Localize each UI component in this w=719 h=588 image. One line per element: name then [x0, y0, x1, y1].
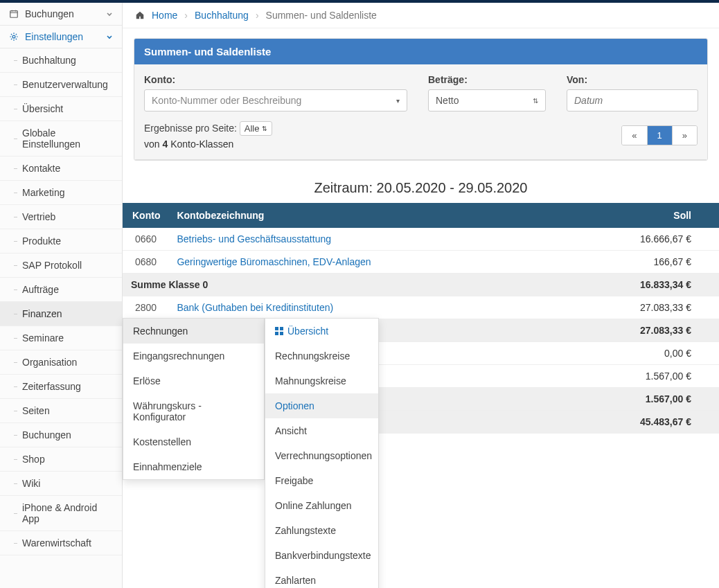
submenu-item-online-zahlungen[interactable]: Online Zahlungen [265, 493, 378, 518]
sidebar-group-einstellungen[interactable]: Einstellungen [0, 26, 122, 48]
von-label: Von: [567, 74, 698, 85]
col-soll: Soll [558, 203, 719, 228]
rechnungen-submenu: ÜbersichtRechnungskreiseMahnungskreiseOp… [265, 318, 379, 588]
submenu-item-bankverbindungstexte[interactable]: Bankverbindungstexte [265, 543, 378, 568]
results-per-page-select[interactable]: Alle⇅ [240, 121, 273, 136]
results-count: von 4 Konto-Klassen [144, 139, 272, 150]
account-number: 0660 [123, 228, 168, 251]
sidebar-item-warenwirtschaft[interactable]: Warenwirtschaft [0, 531, 122, 555]
submenu-item-w-hrungskurs-konfigurator[interactable]: Währungskurs - Konfigurator [123, 393, 264, 429]
sidebar-item-wiki[interactable]: Wiki [0, 472, 122, 495]
submenu-item-erl-se[interactable]: Erlöse [123, 368, 264, 393]
sum-value: 45.483,67 € [558, 411, 719, 434]
submenu-item-eingangsrechnungen[interactable]: Eingangsrechnungen [123, 344, 264, 368]
account-link[interactable]: Bank (Guthaben bei Kreditinstituten) [177, 302, 333, 313]
results-per-page: Ergebnisse pro Seite: Alle⇅ [144, 121, 272, 136]
grid-icon [275, 327, 283, 335]
sidebar-item-buchhaltung[interactable]: Buchhaltung [0, 48, 122, 72]
submenu-item-zahlungstexte[interactable]: Zahlungstexte [265, 518, 378, 543]
soll-value: 16.666,67 € [558, 228, 719, 251]
svg-point-1 [12, 35, 15, 38]
breadcrumb-current: Summen- und Saldenliste [266, 10, 377, 21]
sidebar-item-seminare[interactable]: Seminare [0, 326, 122, 350]
sidebar-item-produkte[interactable]: Produkte [0, 229, 122, 253]
sidebar-item-marketing[interactable]: Marketing [0, 181, 122, 204]
zeitraum-heading: Zeitraum: 20.05.2020 - 29.05.2020 [123, 170, 719, 203]
konto-label: Konto: [144, 74, 407, 85]
sum-value: 27.083,33 € [558, 319, 719, 342]
betraege-value: Netto [436, 95, 459, 106]
sidebar-menu: BuchhaltungBenutzerverwaltungÜbersichtGl… [0, 48, 122, 555]
von-input[interactable] [567, 89, 698, 112]
svg-rect-4 [275, 332, 278, 335]
account-number: 0680 [123, 251, 168, 274]
table-row: 2800Bank (Guthaben bei Kreditinstituten)… [123, 296, 719, 319]
panel-title: Summen- und Saldenliste [134, 39, 707, 64]
sidebar-item-kontakte[interactable]: Kontakte [0, 157, 122, 180]
breadcrumb: Home › Buchhaltung › Summen- und Saldenl… [123, 3, 719, 28]
panel-body: Konto: Konto-Nummer oder Beschreibung ▾ … [134, 64, 707, 160]
sidebar-item-zeiterfassung[interactable]: Zeiterfassung [0, 375, 122, 398]
submenu-item-rechnungskreise[interactable]: Rechnungskreise [265, 344, 378, 368]
sidebar-item--bersicht[interactable]: Übersicht [0, 97, 122, 121]
updown-icon: ⇅ [533, 97, 538, 105]
submenu-item-ansicht[interactable]: Ansicht [265, 418, 378, 443]
chevron-right-icon: › [184, 10, 188, 21]
breadcrumb-buchhaltung[interactable]: Buchhaltung [195, 10, 249, 21]
breadcrumb-home[interactable]: Home [152, 10, 177, 21]
sidebar-item-sap-protokoll[interactable]: SAP Protokoll [0, 253, 122, 277]
svg-rect-5 [280, 332, 283, 335]
sidebar-item-seiten[interactable]: Seiten [0, 399, 122, 422]
sum-value: 16.833,34 € [558, 274, 719, 296]
sidebar-group-label: Buchungen [25, 8, 74, 19]
pager-prev[interactable]: « [622, 126, 647, 145]
submenu-item-zahlarten[interactable]: Zahlarten [265, 568, 378, 588]
submenu-item-einnahmenziele[interactable]: Einnahmenziele [123, 454, 264, 479]
soll-value: 1.567,00 € [558, 365, 719, 388]
sidebar-item-auftr-ge[interactable]: Aufträge [0, 278, 122, 301]
table-row: 0660Betriebs- und Geschäftsausstattung16… [123, 228, 719, 251]
sidebar-group-label: Einstellungen [25, 31, 83, 42]
main: Home › Buchhaltung › Summen- und Saldenl… [123, 3, 719, 588]
finanzen-submenu: RechnungenEingangsrechnungenErlöseWährun… [123, 318, 265, 480]
konto-select[interactable]: Konto-Nummer oder Beschreibung ▾ [144, 89, 407, 112]
sidebar-item-finanzen[interactable]: Finanzen [0, 302, 122, 326]
submenu-item-optionen[interactable]: Optionen [265, 393, 378, 418]
table-row: Summe Klasse 016.833,34 € [123, 274, 719, 296]
caret-down-icon: ▾ [396, 97, 400, 105]
submenu-item-mahnungskreise[interactable]: Mahnungskreise [265, 368, 378, 393]
pager-page-1[interactable]: 1 [648, 126, 673, 145]
chevron-down-icon [105, 33, 114, 41]
svg-rect-0 [10, 11, 18, 18]
submenu-item-kostenstellen[interactable]: Kostenstellen [123, 429, 264, 454]
submenu-item-verrechnungsoptionen[interactable]: Verrechnungsoptionen [265, 443, 378, 468]
gear-icon [8, 31, 19, 42]
sidebar-item-buchungen[interactable]: Buchungen [0, 423, 122, 447]
svg-rect-3 [280, 327, 283, 330]
betraege-label: Beträge: [428, 74, 546, 85]
sidebar-item-vertrieb[interactable]: Vertrieb [0, 205, 122, 229]
submenu-item-freigabe[interactable]: Freigabe [265, 468, 378, 493]
table-row: 0680Geringwertige Büromaschinen, EDV-Anl… [123, 251, 719, 274]
account-number: 2800 [123, 296, 168, 319]
sidebar-item-organisation[interactable]: Organisation [0, 350, 122, 374]
sum-label: Summe Klasse 0 [123, 274, 558, 296]
submenu-item-rechnungen[interactable]: Rechnungen [123, 319, 264, 344]
sidebar-group-buchungen[interactable]: Buchungen [0, 3, 122, 26]
col-konto: Konto [123, 203, 168, 228]
soll-value: 0,00 € [558, 342, 719, 365]
account-link[interactable]: Geringwertige Büromaschinen, EDV-Anlagen [177, 256, 371, 267]
betraege-select[interactable]: Netto ⇅ [428, 89, 546, 112]
account-link[interactable]: Betriebs- und Geschäftsausstattung [177, 233, 331, 244]
pager-next[interactable]: » [673, 126, 697, 145]
filter-panel: Summen- und Saldenliste Konto: Konto-Num… [134, 38, 708, 161]
submenu-item--bersicht[interactable]: Übersicht [265, 319, 378, 344]
sidebar: Buchungen Einstellungen BuchhaltungBenut… [0, 3, 123, 588]
sidebar-item-benutzerverwaltung[interactable]: Benutzerverwaltung [0, 73, 122, 96]
chevron-down-icon [105, 10, 114, 18]
sidebar-item-shop[interactable]: Shop [0, 447, 122, 471]
sidebar-item-globale-einstellungen[interactable]: Globale Einstellungen [0, 121, 122, 156]
col-bezeichnung: Kontobezeichnung [168, 203, 558, 228]
calendar-icon [8, 8, 19, 19]
sidebar-item-iphone-android-app[interactable]: iPhone & Android App [0, 496, 122, 531]
